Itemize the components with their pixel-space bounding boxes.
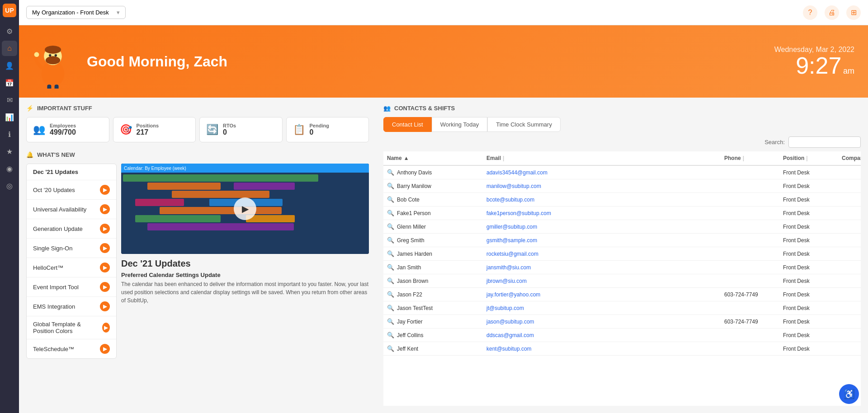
contact-position: Front Desk <box>779 264 838 271</box>
chevron-down-icon: ▾ <box>117 9 120 16</box>
contact-name[interactable]: 🔍 Fake1 Person <box>383 210 483 216</box>
sidebar-item-mail[interactable]: ✉ <box>2 92 17 108</box>
contact-name[interactable]: 🔍 Jason TestTest <box>383 305 483 311</box>
contact-email[interactable]: gsmith@sample.com <box>483 237 721 244</box>
news-item-teleschedule[interactable]: TeleSchedule™ ▶ <box>27 339 116 358</box>
table-header: Name ▲ Email | Phone | Position | Compan… <box>383 151 861 166</box>
stat-rtos[interactable]: 🔄 RTOs 0 <box>199 117 283 142</box>
stat-employees-info: Employees 499/700 <box>50 123 76 136</box>
news-item-event-import[interactable]: Event Import Tool ▶ <box>27 277 116 297</box>
sidebar-item-calendar[interactable]: 📅 <box>2 75 17 90</box>
hero-ampm: am <box>843 66 854 75</box>
print-icon[interactable]: 🖨 <box>825 5 839 20</box>
org-selector[interactable]: My Organization - Front Desk ▾ <box>26 6 126 19</box>
topbar-icons: ? 🖨 ⊞ <box>803 5 861 20</box>
sidebar-item-chart[interactable]: 📊 <box>2 109 17 125</box>
contact-name[interactable]: 🔍 Barry Manilow <box>383 183 483 189</box>
contact-email[interactable]: rocketsiu@gmail.com <box>483 251 721 257</box>
tab-working-today[interactable]: Working Today <box>432 117 488 132</box>
contact-email[interactable]: ddscas@gmail.com <box>483 332 721 338</box>
contact-name[interactable]: 🔍 Glenn Miller <box>383 223 483 230</box>
contact-email[interactable]: jbrown@siu.com <box>483 278 721 284</box>
sidebar-item-people[interactable]: 👤 <box>2 58 17 73</box>
news-item-hellocert[interactable]: HelloCert™ ▶ <box>27 258 116 277</box>
sidebar-item-info[interactable]: ℹ <box>2 127 17 142</box>
contact-email[interactable]: adavis34544@gmail.com <box>483 169 721 176</box>
news-item-ems[interactable]: EMS Integration ▶ <box>27 297 116 316</box>
contact-name[interactable]: 🔍 Jay Fortier <box>383 318 483 325</box>
news-ts-arrow: ▶ <box>100 344 110 354</box>
video-container[interactable]: Calendar: By Employee (week) <box>121 164 369 254</box>
contact-email[interactable]: manilow@subitup.com <box>483 183 721 189</box>
left-panel: ⚡ IMPORTANT STUFF 👥 Employees 499/700 🎯 … <box>19 98 376 413</box>
contact-name[interactable]: 🔍 Greg Smith <box>383 237 483 244</box>
sidebar-item-globe[interactable]: ◎ <box>2 178 17 193</box>
contact-name[interactable]: 🔍 Jason Brown <box>383 277 483 284</box>
sidebar-item-home[interactable]: ⌂ <box>2 41 17 56</box>
news-item-single-signon[interactable]: Single Sign-On ▶ <box>27 239 116 258</box>
tab-time-clock-summary[interactable]: Time Clock Summary <box>487 117 561 132</box>
apps-icon[interactable]: ⊞ <box>846 5 861 20</box>
contact-email[interactable]: fake1person@subitup.com <box>483 210 721 216</box>
vcal-bar: Calendar: By Employee (week) <box>121 164 369 173</box>
accessibility-button[interactable]: ♿ <box>839 384 859 404</box>
employees-icon: 👥 <box>33 124 45 136</box>
table-row: 🔍 James Harden rocketsiu@gmail.com Front… <box>383 247 861 261</box>
news-ei-label: Event Import Tool <box>33 284 79 291</box>
whats-new-header: 🔔 WHAT'S NEW <box>26 151 369 158</box>
right-panel: 👥 CONTACTS & SHIFTS Contact List Working… <box>376 98 868 413</box>
contact-name[interactable]: 🔍 Jeff Collins <box>383 332 483 338</box>
news-item-template-colors[interactable]: Global Template & Position Colors ▶ <box>27 316 116 339</box>
app-logo[interactable]: UP <box>3 4 16 17</box>
stat-pending[interactable]: 📋 Pending 0 <box>286 117 369 142</box>
search-icon: 🔍 <box>387 237 394 244</box>
contact-email[interactable]: gmiller@subitup.com <box>483 224 721 230</box>
news-item-universal-availability[interactable]: Universal Availability ▶ <box>27 200 116 219</box>
table-row: 🔍 Glenn Miller gmiller@subitup.com Front… <box>383 220 861 234</box>
table-row: 🔍 Jan Smith jansmith@siu.com Front Desk <box>383 261 861 274</box>
tab-contact-list[interactable]: Contact List <box>383 117 432 132</box>
contact-name[interactable]: 🔍 Jeff Kent <box>383 345 483 352</box>
contact-email[interactable]: kent@subitup.com <box>483 346 721 352</box>
sidebar-item-user[interactable]: ◉ <box>2 161 17 176</box>
video-play-button[interactable]: ▶ <box>234 197 256 220</box>
tabs: Contact List Working Today Time Clock Su… <box>383 117 861 132</box>
contact-position: Front Desk <box>779 291 838 298</box>
contact-name[interactable]: 🔍 James Harden <box>383 250 483 257</box>
search-icon: 🔍 <box>387 277 394 284</box>
search-icon: 🔍 <box>387 264 394 271</box>
sidebar-item-settings[interactable]: ⚙ <box>2 23 17 39</box>
employees-label: Employees <box>50 123 76 128</box>
search-input[interactable] <box>788 136 861 148</box>
contact-email[interactable]: jansmith@siu.com <box>483 264 721 271</box>
content-area: ⚡ IMPORTANT STUFF 👥 Employees 499/700 🎯 … <box>19 98 868 413</box>
contact-name[interactable]: 🔍 Jason F22 <box>383 291 483 298</box>
col-position: Position | <box>779 155 838 161</box>
svg-rect-7 <box>47 84 51 89</box>
news-item-oct-updates[interactable]: Oct '20 Updates ▶ <box>27 180 116 200</box>
positions-value: 217 <box>137 128 159 136</box>
news-tc-arrow: ▶ <box>102 323 110 333</box>
contact-email[interactable]: bcote@subitup.com <box>483 197 721 203</box>
hero-date: Wednesday, Mar 2, 2022 <box>774 46 854 54</box>
stat-positions[interactable]: 🎯 Positions 217 <box>113 117 196 142</box>
bell-icon: 🔔 <box>26 151 33 158</box>
contact-name[interactable]: 🔍 Bob Cote <box>383 196 483 203</box>
news-item-dec-updates[interactable]: Dec '21 Updates <box>27 164 116 180</box>
news-item-generation-update[interactable]: Generation Update ▶ <box>27 219 116 239</box>
sidebar-item-star[interactable]: ★ <box>2 144 17 159</box>
stat-employees[interactable]: 👥 Employees 499/700 <box>26 117 109 142</box>
contact-name[interactable]: 🔍 Anthony Davis <box>383 169 483 176</box>
svg-point-6 <box>34 52 39 57</box>
help-icon[interactable]: ? <box>803 5 817 20</box>
contact-name[interactable]: 🔍 Jan Smith <box>383 264 483 271</box>
news-sso-label: Single Sign-On <box>33 245 72 252</box>
contact-email[interactable]: jay.fortier@yahoo.com <box>483 291 721 298</box>
topbar: My Organization - Front Desk ▾ ? 🖨 ⊞ <box>19 0 868 25</box>
contact-email[interactable]: jt@subitup.com <box>483 305 721 311</box>
search-icon: 🔍 <box>387 196 394 203</box>
table-row: 🔍 Fake1 Person fake1person@subitup.com F… <box>383 206 861 220</box>
contact-email[interactable]: jason@subitup.com <box>483 319 721 325</box>
news-ems-arrow: ▶ <box>100 301 110 311</box>
contact-position: Front Desk <box>779 210 838 216</box>
